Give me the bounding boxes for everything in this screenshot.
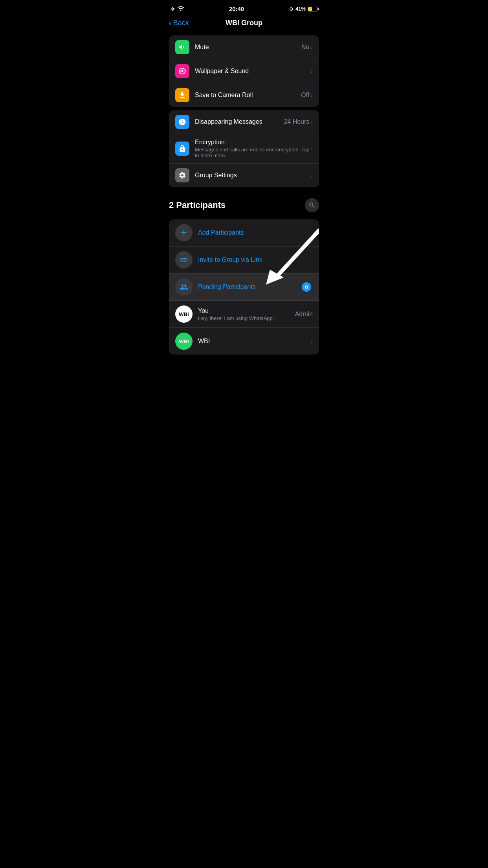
battery-percent: 41%: [295, 6, 306, 12]
mute-label: Mute: [195, 44, 301, 51]
wallpaper-value: ›: [311, 68, 313, 74]
back-chevron-icon: ‹: [169, 18, 172, 28]
encryption-label: Encryption: [195, 139, 311, 146]
encryption-icon: [175, 142, 189, 156]
camera-roll-chevron-icon: ›: [311, 92, 313, 98]
add-participants-content: Add Participants: [198, 229, 313, 236]
row-mute[interactable]: Mute No ›: [169, 35, 319, 59]
page-title: WBI Group: [226, 19, 262, 27]
member-wbi-chevron-icon: ›: [311, 338, 313, 344]
row-wallpaper[interactable]: Wallpaper & Sound ›: [169, 59, 319, 83]
back-button[interactable]: ‹ Back: [169, 18, 189, 28]
airplane-icon: ✈: [171, 6, 175, 12]
status-left: ✈: [171, 6, 184, 12]
invite-link-content: Invite to Group via Link: [198, 256, 313, 263]
wifi-icon: [178, 6, 184, 12]
pending-participants-value: 0: [302, 282, 313, 292]
status-time: 20:40: [229, 6, 244, 12]
row-add-participants[interactable]: Add Participants: [169, 219, 319, 246]
pending-participants-content: Pending Participants: [198, 283, 302, 291]
nav-bar: ‹ Back WBI Group: [163, 15, 325, 32]
group-settings-label: Group Settings: [195, 172, 311, 179]
wallpaper-chevron-icon: ›: [311, 68, 313, 74]
group-settings-chevron-icon: ›: [311, 172, 313, 178]
group-settings-icon: [175, 168, 189, 182]
participants-search-button[interactable]: [305, 198, 319, 212]
camera-roll-content: Save to Camera Roll: [195, 92, 301, 99]
wallpaper-icon: [175, 64, 189, 78]
row-group-settings[interactable]: Group Settings ›: [169, 164, 319, 187]
svg-point-0: [182, 70, 183, 72]
back-label: Back: [173, 19, 189, 27]
gps-icon: ⊙: [289, 6, 293, 12]
add-participants-icon: [175, 224, 193, 241]
wallpaper-content: Wallpaper & Sound: [195, 68, 311, 75]
pending-participants-label: Pending Participants: [198, 283, 302, 291]
member-you-content: You Hey, there! I am using WhatsApp.: [198, 307, 295, 321]
member-you-role: Admin: [295, 311, 313, 318]
status-right: ⊙ 41%: [289, 6, 317, 12]
member-you-name: You: [198, 307, 295, 314]
participants-title: 2 Participants: [169, 200, 226, 210]
row-disappearing[interactable]: Disappearing Messages 24 Hours ›: [169, 110, 319, 134]
mute-content: Mute: [195, 44, 301, 51]
disappearing-chevron-icon: ›: [311, 119, 313, 125]
add-participants-label: Add Participants: [198, 229, 313, 236]
member-wbi-avatar: WBI: [175, 333, 193, 350]
pending-badge: 0: [302, 282, 311, 292]
member-wbi-chevron: ›: [311, 338, 313, 344]
row-encryption[interactable]: Encryption Messages and calls are end-to…: [169, 134, 319, 164]
group-settings-value: ›: [311, 172, 313, 178]
member-you-sublabel: Hey, there! I am using WhatsApp.: [198, 315, 295, 321]
disappearing-value: 24 Hours ›: [284, 118, 313, 125]
encryption-value: ›: [311, 145, 313, 152]
member-wbi-content: WBI: [198, 338, 311, 345]
battery-icon: [308, 7, 317, 11]
row-pending-participants[interactable]: Pending Participants 0: [169, 274, 319, 301]
encryption-sublabel: Messages and calls are end-to-end encryp…: [195, 147, 311, 158]
row-invite-link[interactable]: Invite to Group via Link: [169, 246, 319, 274]
encryption-content: Encryption Messages and calls are end-to…: [195, 139, 311, 158]
section-media-settings: Mute No › Wallpaper & Sound › Sa: [169, 35, 319, 107]
encryption-chevron-icon: ›: [311, 145, 313, 152]
row-camera-roll[interactable]: Save to Camera Roll Off ›: [169, 83, 319, 107]
camera-roll-value: Off ›: [301, 92, 313, 99]
disappearing-icon: [175, 115, 189, 129]
group-settings-content: Group Settings: [195, 172, 311, 179]
participants-header: 2 Participants: [163, 190, 325, 216]
mute-value: No ›: [301, 44, 313, 51]
status-bar: ✈ 20:40 ⊙ 41%: [163, 0, 325, 15]
member-you-avatar: WBI: [175, 305, 193, 323]
disappearing-label: Disappearing Messages: [195, 118, 284, 125]
section-privacy-settings: Disappearing Messages 24 Hours › Encrypt…: [169, 110, 319, 187]
member-wbi-name: WBI: [198, 338, 311, 345]
row-member-you[interactable]: WBI You Hey, there! I am using WhatsApp.…: [169, 301, 319, 328]
section-participants: Add Participants Invite to Group via Lin…: [169, 219, 319, 355]
pending-participants-icon: [175, 278, 193, 296]
wallpaper-label: Wallpaper & Sound: [195, 68, 311, 75]
invite-link-label: Invite to Group via Link: [198, 256, 313, 263]
disappearing-content: Disappearing Messages: [195, 118, 284, 125]
mute-icon: [175, 40, 189, 54]
camera-roll-label: Save to Camera Roll: [195, 92, 301, 99]
mute-chevron-icon: ›: [311, 44, 313, 50]
invite-link-icon: [175, 251, 193, 268]
camera-roll-icon: [175, 88, 189, 102]
row-member-wbi[interactable]: WBI WBI ›: [169, 328, 319, 355]
